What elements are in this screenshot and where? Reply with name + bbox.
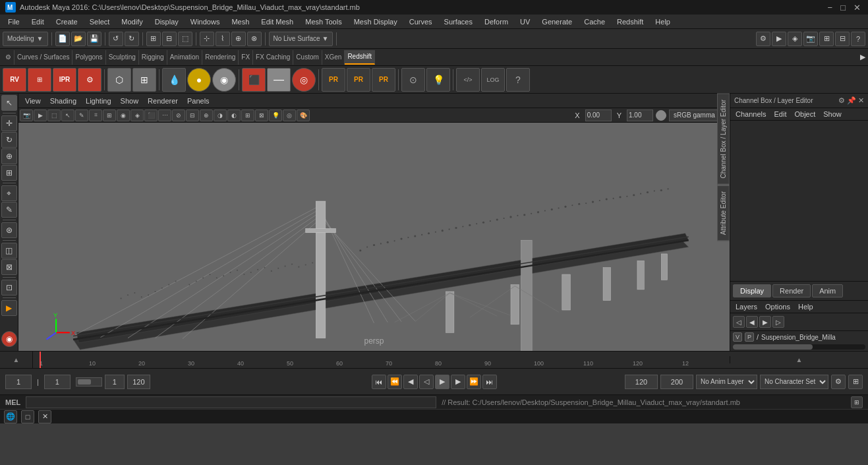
shelf-icon-mesh1[interactable]: ⬡: [107, 68, 131, 92]
display-settings-button[interactable]: ⊞: [819, 32, 834, 46]
tab-anim[interactable]: Anim: [812, 284, 843, 297]
tab-display[interactable]: Display: [733, 284, 771, 297]
shelf-tab-animation[interactable]: Animation: [167, 50, 202, 65]
scale-tool-button[interactable]: ⊕: [1, 148, 17, 164]
menu-create[interactable]: Create: [51, 16, 83, 27]
channel-box-pin-icon[interactable]: 📌: [847, 96, 856, 105]
shelf-icon-dash[interactable]: —: [267, 68, 291, 92]
layer-btn-1[interactable]: ◁: [733, 316, 745, 328]
prev-key-button[interactable]: ⏪: [388, 375, 402, 389]
vt-points-icon[interactable]: ⋯: [158, 109, 171, 121]
vt-paint-icon[interactable]: ✎: [75, 109, 88, 121]
select-by-hierarchy-button[interactable]: ⊞: [146, 32, 161, 46]
layer-btn-4[interactable]: ▷: [772, 316, 784, 328]
open-scene-button[interactable]: 📂: [71, 32, 86, 46]
shelf-icon-pr1[interactable]: PR: [322, 68, 345, 92]
play-back-button[interactable]: ◁: [419, 375, 434, 389]
vt-camera-icon[interactable]: 📷: [20, 109, 33, 121]
render-button[interactable]: ▶: [772, 32, 786, 46]
soft-select-button[interactable]: ⌖: [1, 185, 17, 201]
vt-color-space-swatch[interactable]: [656, 110, 666, 121]
shelf-tab-fx[interactable]: FX: [239, 50, 253, 65]
menu-windows[interactable]: Windows: [185, 16, 225, 27]
shelf-icon-light[interactable]: 💡: [426, 68, 450, 92]
current-frame-input[interactable]: [44, 375, 71, 389]
current-frame-input-left[interactable]: [5, 375, 32, 389]
shelf-icon-help[interactable]: ?: [506, 68, 530, 92]
menu-display[interactable]: Display: [150, 16, 184, 27]
menu-mesh-display[interactable]: Mesh Display: [349, 16, 403, 27]
shelf-tab-polygons[interactable]: Polygons: [72, 50, 105, 65]
vt-x-input[interactable]: [585, 109, 612, 121]
menu-redshift[interactable]: Redshift: [612, 16, 649, 27]
paint-select-button[interactable]: ✎: [1, 202, 17, 218]
anim-layer-select[interactable]: No Anim Layer: [696, 375, 757, 389]
vt-grid-icon[interactable]: ⊟: [186, 109, 199, 121]
minimize-button[interactable]: −: [826, 3, 835, 13]
vt-hud-icon[interactable]: ⊕: [200, 109, 213, 121]
vt-flat-shade-icon[interactable]: ◈: [130, 109, 144, 121]
shelf-tab-curves[interactable]: Curves / Surfaces: [14, 50, 72, 65]
redo-button[interactable]: ↻: [125, 32, 139, 46]
vt-color-icon[interactable]: 🎨: [297, 109, 310, 121]
shelf-icon-settings[interactable]: ⚙: [78, 68, 101, 92]
menu-mesh-tools[interactable]: Mesh Tools: [300, 16, 347, 27]
prev-frame-button[interactable]: ◀: [403, 375, 418, 389]
universal-manip-button[interactable]: ⊞: [1, 165, 17, 181]
shelf-icon-sphere1[interactable]: ●: [187, 68, 211, 92]
shelf-icon-mesh2[interactable]: ⊞: [132, 68, 156, 92]
shelf-icon-pr2[interactable]: PR: [347, 68, 370, 92]
menu-curves[interactable]: Curves: [404, 16, 438, 27]
goto-start-button[interactable]: ⏮: [372, 375, 386, 389]
vt-bounding-icon[interactable]: ⬛: [144, 109, 158, 121]
vt-select-icon[interactable]: ↖: [61, 109, 74, 121]
range-end-input[interactable]: [127, 375, 150, 389]
layer-p-button[interactable]: P: [745, 332, 754, 342]
layer-v-button[interactable]: V: [733, 332, 742, 342]
select-by-component-button[interactable]: ⊟: [162, 32, 177, 46]
next-frame-button[interactable]: ▶: [451, 375, 465, 389]
move-tool-button[interactable]: ✛: [1, 115, 17, 131]
viewport-menu-view[interactable]: View: [21, 96, 45, 106]
vt-exposure-icon[interactable]: ◎: [283, 109, 296, 121]
lasso-select-button[interactable]: ⬚: [178, 32, 192, 46]
taskbar-close-icon[interactable]: ✕: [38, 410, 51, 423]
save-scene-button[interactable]: 💾: [87, 32, 101, 46]
vt-y-input[interactable]: [627, 109, 653, 121]
snap-to-point-button[interactable]: ⊕: [231, 32, 246, 46]
new-scene-button[interactable]: 📄: [55, 32, 70, 46]
questions-button[interactable]: ?: [851, 32, 865, 46]
vt-playblast-icon[interactable]: ▶: [34, 109, 47, 121]
menu-generate[interactable]: Generate: [536, 16, 577, 27]
menu-file[interactable]: File: [3, 16, 25, 27]
goto-end-button[interactable]: ⏭: [482, 375, 497, 389]
shelf-tab-xgen[interactable]: XGen: [322, 50, 345, 65]
cb-object-menu[interactable]: Object: [792, 109, 818, 119]
vt-lights-icon[interactable]: 💡: [269, 109, 282, 121]
viewport-menu-renderer[interactable]: Renderer: [144, 96, 182, 106]
hotbox-button[interactable]: ◉: [1, 331, 17, 347]
undo-button[interactable]: ↺: [109, 32, 123, 46]
vt-wireframe-icon[interactable]: ⊞: [103, 109, 116, 121]
menu-deform[interactable]: Deform: [479, 16, 513, 27]
attribute-editor-side-tab[interactable]: Attribute Editor: [717, 185, 730, 241]
play-forward-button[interactable]: ▶: [435, 375, 449, 389]
menu-help[interactable]: Help: [650, 16, 676, 27]
layers-menu[interactable]: Layers: [733, 302, 760, 311]
scrollbar-thumb[interactable]: [733, 344, 813, 350]
close-button[interactable]: ✕: [852, 3, 863, 13]
layer-btn-2[interactable]: ◀: [746, 316, 758, 328]
shelf-icon-pr3[interactable]: PR: [372, 68, 395, 92]
snap-to-curve-button[interactable]: ⌇: [216, 32, 230, 46]
vt-smooth-icon[interactable]: ⌗: [89, 109, 102, 121]
rotate-tool-button[interactable]: ↻: [1, 132, 17, 148]
quick-layout-button[interactable]: ⊡: [1, 280, 17, 295]
select-tool-button[interactable]: ↖: [1, 95, 17, 111]
frame-range-bar[interactable]: [76, 377, 102, 387]
command-input[interactable]: [26, 396, 436, 408]
vt-env-icon[interactable]: ⊠: [255, 109, 268, 121]
shelf-icon-ipr2[interactable]: IPR: [53, 68, 76, 92]
shelf-tab-custom[interactable]: Custom: [293, 50, 322, 65]
channel-box-close-icon[interactable]: ✕: [858, 96, 864, 105]
max-frame2-input[interactable]: [660, 375, 693, 389]
